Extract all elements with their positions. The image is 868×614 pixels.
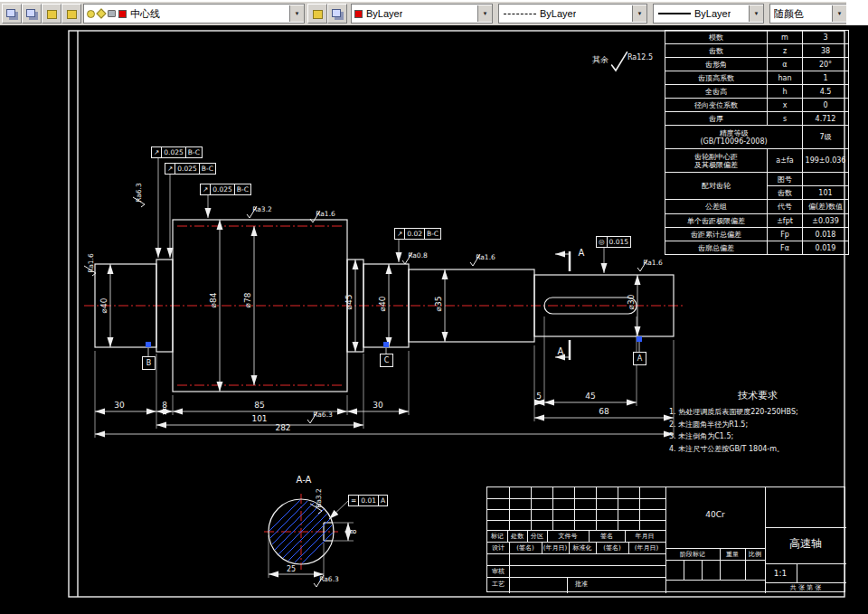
cell-value: 199±0.036 — [803, 149, 849, 173]
scale-value: 1:1 — [774, 569, 787, 578]
cell-symbol: s — [768, 112, 803, 126]
cell-value — [803, 173, 849, 186]
cell-label: 径向变位系数 — [665, 99, 768, 112]
gear-table-row: 齿轮副中心距及其极限偏差a±fa199±0.036 — [665, 149, 849, 173]
cell-value: 38 — [803, 44, 849, 58]
cell-label: 齿数 — [665, 44, 768, 58]
tb-design-label: 设计 — [492, 543, 505, 553]
cell-value: ±0.039 — [803, 214, 849, 228]
cell-symbol: h — [768, 85, 803, 99]
gear-table-row: 径向变位系数x0 — [665, 99, 849, 112]
tb-zone-label: 分区 — [531, 532, 543, 541]
tolerance-value: 0.01 — [358, 495, 379, 506]
cad-application-window: 中心线 ▼ ByLayer ▼ ByLayer ▼ ByLayer ▼ 随颜色 … — [0, 0, 868, 614]
drawing-title: 高速轴 — [789, 536, 822, 552]
tolerance-value: 0.025 — [210, 184, 234, 195]
gear-table-row: 配对齿轮图号 — [665, 173, 849, 186]
sheet-count-label: 共 张 第 张 — [790, 583, 822, 592]
cell-symbol: ±fpt — [768, 214, 803, 228]
cell-symbol: Fp — [768, 228, 803, 241]
cell-value: 101 — [803, 186, 849, 200]
cell-label: 齿轮副中心距及其极限偏差 — [665, 149, 768, 173]
cell-symbol: α — [768, 58, 803, 71]
tolerance-datum: B-C — [199, 163, 216, 175]
gear-table-row: 齿顶高系数han1 — [665, 71, 849, 85]
tb-date-label: 年月日 — [636, 532, 655, 541]
cell-symbol: 代号 — [768, 200, 803, 214]
gear-table-row: 全齿高h4.5 — [665, 85, 849, 99]
tb-approve-label: 批准 — [575, 580, 588, 589]
cell-symbol: 齿数 — [768, 186, 803, 200]
tolerance-frame: ↗0.025B-C — [152, 146, 203, 158]
tb-scale-label: 比例 — [749, 550, 761, 559]
cell-symbol: z — [768, 44, 803, 58]
cell-label: 模数 — [665, 31, 768, 44]
tb-process-label: 工艺 — [492, 580, 505, 589]
leader-lines — [158, 157, 604, 519]
technical-requirements: 技术要求 1. 热处理调质后表面硬度220-250HBS; 2. 未注圆角半径为… — [669, 389, 846, 455]
tech-req-item: 1. 热处理调质后表面硬度220-250HBS; — [669, 406, 846, 419]
tolerance-frame: ↗0.025B-C — [165, 163, 216, 175]
cell-value: 4.5 — [803, 85, 849, 99]
tb-mark-label: 标记 — [491, 532, 504, 541]
tb-count-label: 处数 — [511, 532, 524, 541]
gear-table-row: 齿数z38 — [665, 44, 849, 58]
title-block: 标记 处数 分区 文件号 签名 年月日 设计 (签名) (年月日) 标准化 (签… — [486, 486, 845, 592]
tolerance-datum: A — [378, 495, 388, 506]
gear-table-row: 齿距累计总偏差Fp0.018 — [665, 228, 849, 241]
tb-weight-label: 重量 — [726, 550, 739, 559]
gear-table-row: 单个齿距极限偏差±fpt±0.039 — [665, 214, 849, 228]
cell-symbol: 图号 — [768, 173, 803, 186]
tolerance-value: 0.025 — [161, 146, 185, 158]
gear-parameter-table: 模数m3 齿数z38 齿形角α20° 齿顶高系数han1 全齿高h4.5 径向变… — [665, 30, 845, 255]
tolerance-datum: B-C — [185, 146, 203, 158]
cell-label: 齿廓总偏差 — [665, 241, 768, 255]
cell-value: 0.018 — [803, 228, 849, 241]
cell-label: 全齿高 — [665, 85, 768, 99]
datum-a: A — [633, 352, 646, 365]
tb-date-placeholder: (年月日) — [543, 543, 567, 553]
tolerance-datum: B-C — [234, 184, 251, 195]
cell-symbol: han — [768, 71, 803, 85]
tolerance-value: 0.02 — [404, 228, 425, 240]
cell-value: 1 — [803, 71, 849, 85]
cell-symbol: Fα — [768, 241, 803, 255]
datum-b: B — [142, 356, 156, 370]
gear-table-row: 公差组代号偏(差)数值 — [665, 200, 849, 214]
tech-req-item: 3. 未注倒角为C1.5; — [669, 430, 846, 443]
cell-label: 精度等级(GB/T10096-2008) — [665, 126, 803, 149]
tolerance-frame: =0.01A — [349, 495, 388, 506]
tb-check-label: 审核 — [492, 567, 505, 576]
material-label: 40Cr — [705, 510, 724, 519]
cell-label: 公差组 — [665, 200, 768, 214]
cell-symbol: a±fa — [768, 149, 803, 173]
cell-value: 偏(差)数值 — [803, 200, 849, 214]
gear-table-row: 齿厚s4.712 — [665, 112, 849, 126]
cell-value: 20° — [803, 58, 849, 71]
tolerance-datum: B-C — [424, 228, 441, 240]
cell-label: 齿顶高系数 — [665, 71, 768, 85]
cell-label: 齿厚 — [665, 112, 768, 126]
tech-req-item: 2. 未注圆角半径为R1.5; — [669, 419, 846, 431]
tolerance-frame: ◎0.015 — [597, 236, 631, 248]
cell-value: 7级 — [803, 126, 849, 149]
cell-label: 单个齿距极限偏差 — [665, 214, 768, 228]
cell-label: 配对齿轮 — [665, 173, 768, 200]
cell-symbol: x — [768, 99, 803, 112]
cell-value: 4.712 — [803, 112, 849, 126]
tech-req-item: 4. 未注尺寸公差按GB/T 1804-m。 — [669, 443, 846, 456]
cell-label: 齿形角 — [665, 58, 768, 71]
gear-table-row: 齿廓总偏差Fα0.019 — [665, 241, 849, 255]
cell-value: 3 — [803, 31, 849, 44]
tb-date-placeholder: (年月日) — [635, 543, 658, 553]
tb-stage-mark-label: 阶段标记 — [680, 550, 705, 559]
gear-table-row: 精度等级(GB/T10096-2008)7级 — [665, 126, 849, 149]
gear-table-row: 齿形角α20° — [665, 58, 849, 71]
gear-table-row: 模数m3 — [665, 31, 849, 44]
tech-req-title: 技术要求 — [669, 389, 846, 402]
tb-signature-label: 签名 — [600, 532, 613, 541]
datum-c: C — [380, 354, 393, 367]
tolerance-frame: ↗0.025B-C — [201, 184, 251, 195]
cell-symbol: m — [768, 31, 803, 44]
drawing-canvas[interactable]: 308851013054568282⌀40⌀84⌀78⌀45⌀40⌀35⌀30R… — [0, 25, 868, 614]
